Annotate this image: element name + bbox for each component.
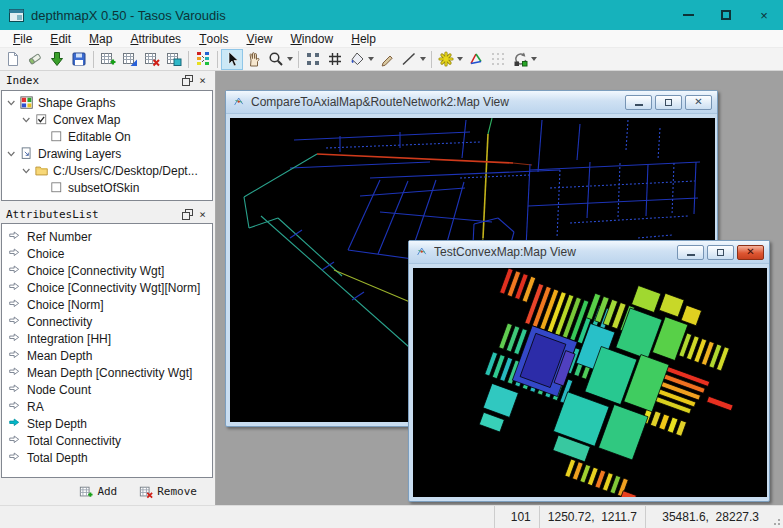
attribute-item-ra[interactable]: RA [2, 398, 212, 415]
point-grid-button[interactable] [487, 49, 509, 70]
mdi-title-bar[interactable]: CompareToAxialMap&RouteNetwork2:Map View… [226, 91, 717, 114]
tree-item-label: Shape Graphs [38, 96, 115, 110]
tree-item-shape-graphs[interactable]: Shape Graphs [2, 95, 212, 112]
step-depth-tool-button[interactable] [509, 49, 539, 70]
convert-map-button[interactable] [163, 49, 185, 70]
tree-item-label: C:/Users/C/Desktop/Dept... [53, 164, 198, 178]
mdi-maximize-button[interactable] [655, 95, 682, 110]
attribute-item-choice-connectivity-wgt[interactable]: Choice [Connectivity Wgt] [2, 262, 212, 279]
tree-item-label: subsetOfSkin [68, 181, 139, 195]
dropdown-caret-icon[interactable] [287, 57, 293, 61]
pencil-draw-button[interactable] [376, 49, 398, 70]
minimize-button[interactable] [669, 0, 707, 30]
menu-view[interactable]: View [237, 30, 281, 47]
menu-help[interactable]: Help [342, 30, 385, 47]
remove-icon [139, 485, 153, 499]
attribute-item-integration-hh[interactable]: Integration [HH] [2, 330, 212, 347]
attributes-float-icon[interactable] [180, 207, 195, 221]
tree-item-subsetofskin[interactable]: subsetOfSkin [2, 180, 212, 197]
select-button[interactable] [221, 49, 243, 70]
polygon-tool-button[interactable] [465, 49, 487, 70]
index-float-icon[interactable] [180, 74, 195, 88]
attribute-arrow-icon [8, 434, 22, 448]
zoom-extents-button[interactable] [302, 49, 324, 70]
mdi-window-title: CompareToAxialMap&RouteNetwork2:Map View [251, 95, 620, 109]
dropdown-caret-icon[interactable] [531, 57, 537, 61]
open-file-icon [27, 51, 43, 67]
recolour-range-button[interactable] [192, 49, 214, 70]
mdi-close-button[interactable]: ✕ [685, 95, 712, 110]
new-file-button[interactable] [2, 49, 24, 70]
attribute-item-total-depth[interactable]: Total Depth [2, 449, 212, 466]
polygon-tool-icon [468, 51, 484, 67]
attribute-label: Total Depth [27, 451, 88, 465]
attribute-item-total-connectivity[interactable]: Total Connectivity [2, 432, 212, 449]
attribute-label: Choice [Norm] [27, 298, 104, 312]
push-map-button[interactable] [119, 49, 141, 70]
menu-attributes[interactable]: Attributes [121, 30, 190, 47]
new-map-button[interactable] [97, 49, 119, 70]
axial-map-tools-button[interactable] [435, 49, 465, 70]
checkbox-checked-icon[interactable] [35, 113, 49, 127]
pan-button[interactable] [243, 49, 265, 70]
tree-item-label: Drawing Layers [38, 147, 121, 161]
tree-item-drawing-layers[interactable]: Drawing Layers [2, 146, 212, 163]
menu-map[interactable]: Map [80, 30, 121, 47]
show-grid-button[interactable] [324, 49, 346, 70]
attribute-label: Choice [27, 247, 64, 261]
delete-map-button[interactable] [141, 49, 163, 70]
menu-file[interactable]: File [4, 30, 41, 47]
resize-grip[interactable] [767, 506, 783, 528]
mdi-close-button[interactable]: ✕ [737, 245, 764, 260]
mdi-window-controls: ✕ [625, 95, 712, 110]
attribute-arrow-icon [8, 451, 22, 465]
convert-map-icon [166, 51, 182, 67]
zoom-button[interactable] [265, 49, 295, 70]
checkbox-icon[interactable] [50, 130, 64, 144]
add-attribute-button[interactable]: Add [79, 485, 117, 499]
attribute-item-ref-number[interactable]: Ref Number [2, 228, 212, 245]
tree-item-c-users-c-desktop-dept[interactable]: C:/Users/C/Desktop/Dept... [2, 163, 212, 180]
menu-window[interactable]: Window [282, 30, 343, 47]
index-close-icon[interactable]: × [195, 74, 210, 88]
maximize-button[interactable] [707, 0, 745, 30]
dropdown-caret-icon[interactable] [457, 57, 463, 61]
line-draw-button[interactable] [398, 49, 428, 70]
attribute-item-node-count[interactable]: Node Count [2, 381, 212, 398]
attribute-item-step-depth[interactable]: Step Depth [2, 415, 212, 432]
attribute-item-connectivity[interactable]: Connectivity [2, 313, 212, 330]
attribute-label: Choice [Connectivity Wgt][Norm] [27, 281, 200, 295]
checkbox-icon[interactable] [50, 181, 64, 195]
attributes-close-icon[interactable]: × [195, 207, 210, 221]
attribute-item-choice[interactable]: Choice [2, 245, 212, 262]
new-file-icon [5, 51, 21, 67]
fill-button[interactable] [346, 49, 376, 70]
mdi-minimize-button[interactable] [677, 245, 704, 260]
left-dock: Index × Shape GraphsConvex MapEditable O… [0, 71, 216, 505]
tree-item-editable-on[interactable]: Editable On [2, 129, 212, 146]
mdi-title-bar[interactable]: TestConvexMap:Map View ✕ [409, 241, 769, 264]
menu-edit[interactable]: Edit [41, 30, 80, 47]
tree-item-convex-map[interactable]: Convex Map [2, 112, 212, 129]
convex-map-canvas[interactable] [409, 268, 769, 497]
attribute-item-mean-depth[interactable]: Mean Depth [2, 347, 212, 364]
attribute-item-choice-norm[interactable]: Choice [Norm] [2, 296, 212, 313]
attribute-label: Total Connectivity [27, 434, 121, 448]
mdi-maximize-button[interactable] [707, 245, 734, 260]
dropdown-caret-icon[interactable] [420, 57, 426, 61]
open-file-button[interactable] [24, 49, 46, 70]
menu-tools[interactable]: Tools [190, 30, 237, 47]
new-map-icon [100, 51, 116, 67]
attribute-arrow-icon [8, 315, 22, 329]
attribute-arrow-icon [8, 281, 22, 295]
import-button[interactable] [46, 49, 68, 70]
attribute-item-choice-connectivity-wgt-norm[interactable]: Choice [Connectivity Wgt][Norm] [2, 279, 212, 296]
dropdown-caret-icon[interactable] [368, 57, 374, 61]
remove-attribute-button[interactable]: Remove [139, 485, 197, 499]
mdi-minimize-button[interactable] [625, 95, 652, 110]
save-button[interactable] [68, 49, 90, 70]
close-button[interactable]: × [745, 0, 783, 30]
toolbar-separator [298, 51, 299, 68]
index-panel-header: Index × [1, 72, 213, 90]
attribute-item-mean-depth-connectivity-wgt[interactable]: Mean Depth [Connectivity Wgt] [2, 364, 212, 381]
